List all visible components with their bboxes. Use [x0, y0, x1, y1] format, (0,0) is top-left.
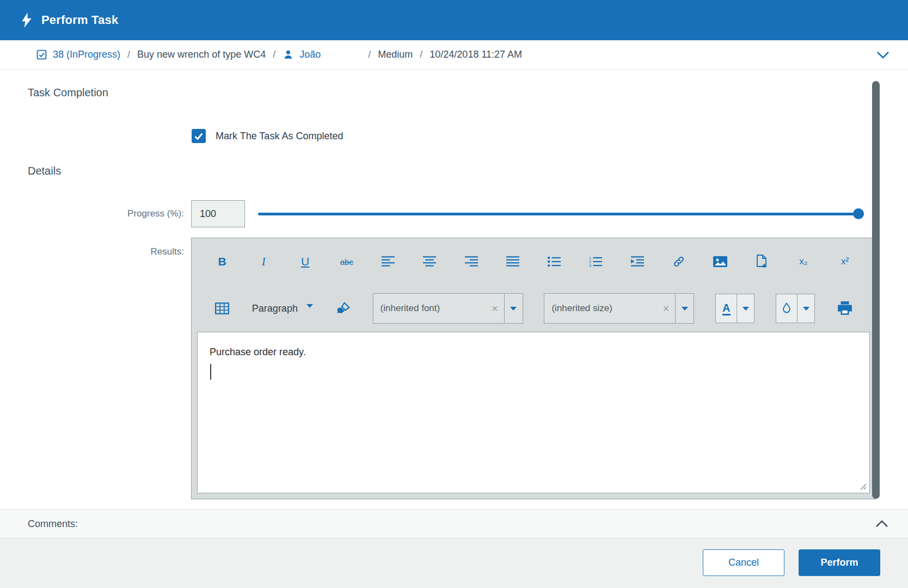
- paragraph-style-label: Paragraph: [252, 303, 298, 314]
- insert-table-button[interactable]: [213, 296, 231, 320]
- assignee-person-icon: [283, 49, 294, 60]
- assignee-link[interactable]: João: [299, 49, 321, 60]
- italic-button[interactable]: I: [255, 250, 272, 274]
- perform-button[interactable]: Perform: [799, 549, 880, 576]
- dialog-footer: Cancel Perform: [0, 539, 908, 588]
- new-page-icon: [755, 255, 768, 269]
- breadcrumb-separator: /: [127, 49, 130, 60]
- underline-icon: U: [301, 255, 309, 268]
- breadcrumb-separator: /: [420, 49, 422, 60]
- bullet-list-icon: [548, 256, 561, 267]
- dialog-header: Perform Task: [0, 0, 908, 40]
- svg-text:3: 3: [589, 264, 591, 267]
- font-size-placeholder: (inherited size): [544, 303, 612, 314]
- font-size-dropdown-button[interactable]: [675, 294, 694, 323]
- font-family-placeholder: (inherited font): [373, 303, 440, 314]
- link-icon: [672, 255, 686, 268]
- chevron-down-icon: [876, 51, 889, 59]
- insert-link-button[interactable]: [670, 250, 688, 274]
- chevron-up-icon: [875, 520, 888, 528]
- highlight-color-button[interactable]: [776, 294, 797, 323]
- dialog-title: Perform Task: [41, 13, 118, 27]
- font-color-button[interactable]: A: [715, 294, 737, 323]
- chevron-down-icon: [803, 307, 809, 311]
- bold-button[interactable]: B: [213, 250, 231, 274]
- font-family-combo[interactable]: (inherited font) ×: [373, 293, 523, 324]
- justify-icon: [506, 256, 519, 267]
- completed-checkbox-label: Mark The Task As Completed: [216, 131, 343, 142]
- text-cursor: [210, 364, 211, 380]
- underline-button[interactable]: U: [297, 250, 314, 274]
- task-priority: Medium: [378, 49, 413, 60]
- perform-task-dialog: Perform Task 38 (InProgress) / Buy new w…: [0, 0, 908, 588]
- font-color-dropdown-button[interactable]: [737, 294, 754, 323]
- insert-page-button[interactable]: [753, 250, 770, 274]
- progress-slider[interactable]: [258, 208, 864, 219]
- scrollbar-thumb[interactable]: [872, 81, 880, 499]
- check-icon: [194, 133, 203, 140]
- progress-label: Progress (%):: [0, 208, 184, 219]
- subscript-button[interactable]: x₂: [795, 250, 812, 274]
- completed-checkbox[interactable]: [192, 129, 206, 143]
- remove-format-button[interactable]: [334, 296, 352, 320]
- numbered-list-button[interactable]: 123: [587, 250, 604, 274]
- results-label: Results:: [0, 246, 184, 257]
- strikethrough-button[interactable]: abc: [338, 250, 355, 274]
- task-form: Task Completion Mark The Task As Complet…: [0, 70, 908, 509]
- indent-button[interactable]: [629, 250, 646, 274]
- mark-completed-row: Mark The Task As Completed: [192, 129, 343, 143]
- clear-font-button[interactable]: ×: [486, 302, 504, 315]
- align-center-button[interactable]: [421, 250, 438, 274]
- editor-text: Purchase order ready.: [210, 346, 857, 358]
- lightning-icon: [21, 13, 33, 28]
- italic-icon: I: [262, 255, 266, 269]
- editor-toolbar-row2: Paragraph (inherited font) × (inherited …: [192, 285, 875, 332]
- strikethrough-icon: abc: [340, 257, 353, 267]
- comments-label: Comments:: [28, 518, 78, 530]
- justify-button[interactable]: [504, 250, 522, 274]
- print-button[interactable]: [836, 296, 854, 320]
- font-size-combo[interactable]: (inherited size) ×: [544, 293, 694, 324]
- align-left-button[interactable]: [379, 250, 397, 274]
- numbered-list-icon: 123: [589, 256, 602, 267]
- task-completion-heading: Task Completion: [28, 86, 108, 99]
- font-family-dropdown-button[interactable]: [504, 294, 523, 323]
- task-name: Buy new wrench of type WC4: [137, 49, 266, 60]
- print-icon: [837, 301, 852, 315]
- highlight-color-dropdown-button[interactable]: [797, 294, 815, 323]
- chevron-down-icon: [510, 307, 517, 311]
- slider-track: [258, 213, 864, 215]
- highlight-color-control: [776, 294, 815, 323]
- align-left-icon: [382, 256, 395, 267]
- chevron-down-icon: [306, 304, 313, 308]
- resize-handle-icon[interactable]: [860, 483, 867, 490]
- insert-image-button[interactable]: [711, 250, 729, 274]
- task-timestamp: 10/24/2018 11:27 AM: [430, 49, 522, 60]
- results-editor-content[interactable]: Purchase order ready.: [197, 332, 870, 493]
- subscript-icon: x₂: [799, 256, 807, 267]
- table-icon: [215, 302, 229, 314]
- align-center-icon: [423, 256, 436, 267]
- superscript-icon: x²: [841, 256, 849, 267]
- slider-thumb[interactable]: [853, 208, 864, 219]
- superscript-button[interactable]: x²: [836, 250, 854, 274]
- font-color-control: A: [715, 294, 754, 323]
- breadcrumb-separator: /: [273, 49, 275, 60]
- format-brush-icon: [336, 302, 350, 315]
- editor-toolbar-row1: B I U abc 12: [192, 238, 875, 285]
- vertical-scrollbar[interactable]: [872, 81, 880, 499]
- paragraph-style-dropdown[interactable]: Paragraph: [252, 296, 313, 320]
- breadcrumb: 38 (InProgress) / Buy new wrench of type…: [0, 40, 908, 70]
- comments-section[interactable]: Comments:: [0, 509, 908, 539]
- progress-input[interactable]: [191, 200, 245, 227]
- align-right-button[interactable]: [463, 250, 480, 274]
- clear-size-button[interactable]: ×: [657, 302, 676, 315]
- bullet-list-button[interactable]: [545, 250, 563, 274]
- droplet-icon: [782, 302, 791, 314]
- bold-icon: B: [218, 255, 226, 268]
- task-ref-link[interactable]: 38 (InProgress): [53, 49, 120, 60]
- breadcrumb-collapse-button[interactable]: [874, 49, 892, 61]
- comments-collapse-button[interactable]: [873, 518, 891, 530]
- cancel-button[interactable]: Cancel: [703, 549, 784, 576]
- image-icon: [713, 256, 727, 267]
